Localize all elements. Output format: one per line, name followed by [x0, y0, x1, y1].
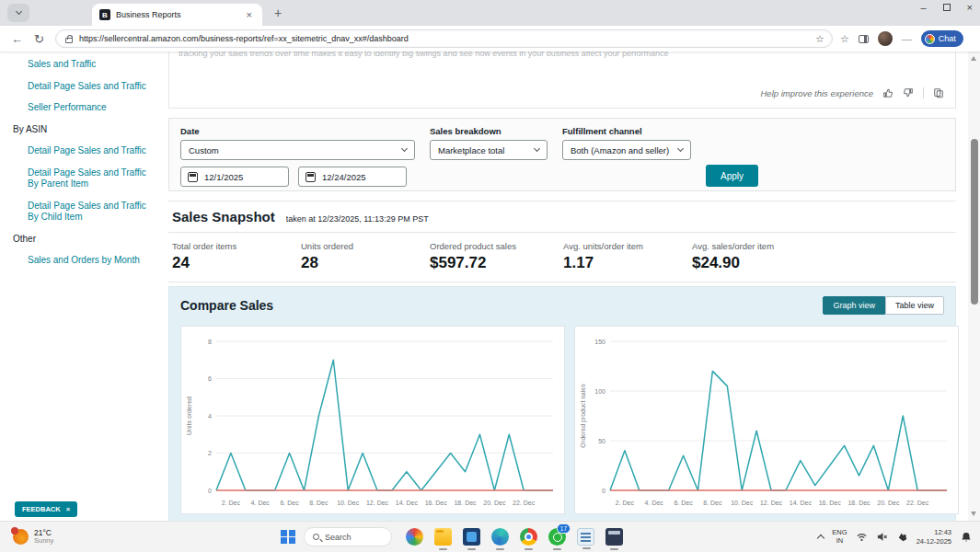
svg-text:50: 50	[598, 438, 605, 444]
feedback-close-icon[interactable]: ×	[66, 505, 70, 513]
sales-breakdown-select[interactable]: Marketplace total	[430, 140, 548, 160]
sidebar-item[interactable]: Seller Performance	[28, 102, 152, 114]
bookmark-star-icon[interactable]: ☆	[815, 33, 824, 45]
metric: Avg. sales/order item$24.90	[692, 241, 821, 272]
side-panel-icon[interactable]	[859, 35, 869, 43]
date-range-select[interactable]: Custom	[180, 140, 415, 160]
tray-expand-icon[interactable]	[817, 535, 824, 542]
edge-icon[interactable]	[491, 528, 509, 546]
copilot-icon	[925, 34, 935, 44]
table-view-button[interactable]: Table view	[885, 296, 944, 315]
sidebar-item[interactable]: Detail Page Sales and Traffic	[28, 81, 152, 93]
apply-button[interactable]: Apply	[706, 165, 758, 187]
svg-text:6. Dec: 6. Dec	[674, 500, 693, 506]
notification-bell-icon[interactable]	[960, 531, 973, 544]
calendar-icon[interactable]	[188, 172, 198, 182]
svg-text:2. Dec: 2. Dec	[616, 500, 635, 506]
taskbar-clock[interactable]: 12:4324-12-2025	[917, 528, 951, 546]
ordered-product-sales-chart: 0501001502. Dec4. Dec6. Dec8. Dec10. Dec…	[577, 332, 956, 512]
metric: Total order items24	[172, 241, 301, 272]
svg-text:14. Dec: 14. Dec	[396, 500, 419, 506]
weather-widget[interactable]: 21°C Sunny	[13, 529, 53, 546]
taskbar-apps: 17	[406, 528, 623, 546]
svg-text:22. Dec: 22. Dec	[906, 500, 929, 506]
metrics-row: Total order items24Units ordered28Ordere…	[168, 233, 956, 282]
svg-text:8. Dec: 8. Dec	[703, 500, 722, 506]
compare-sales-title: Compare Sales	[180, 298, 273, 313]
svg-text:100: 100	[594, 388, 605, 395]
file-explorer-icon[interactable]	[434, 528, 452, 546]
browser-tab[interactable]: B Business Reports ×	[92, 4, 262, 26]
language-indicator[interactable]: ENGIN	[832, 529, 847, 545]
copy-icon[interactable]	[933, 87, 944, 98]
svg-text:12. Dec: 12. Dec	[366, 500, 389, 506]
thumbs-down-icon[interactable]	[903, 87, 914, 98]
tab-title: Business Reports	[116, 10, 244, 19]
chrome-icon[interactable]	[520, 528, 537, 546]
tab-search-button[interactable]	[7, 4, 29, 22]
favorites-icon[interactable]: ☆	[840, 33, 849, 45]
sidebar-item[interactable]: Detail Page Sales and Traffic By Parent …	[28, 167, 152, 190]
window-close-button[interactable]: ×	[967, 2, 973, 13]
sidebar-item[interactable]: Detail Page Sales and Traffic By Child I…	[28, 201, 152, 224]
search-icon	[313, 534, 319, 540]
units-ordered-chart-card: 024682. Dec4. Dec6. Dec8. Dec10. Dec12. …	[180, 326, 565, 514]
calendar-icon[interactable]	[306, 172, 316, 182]
start-button[interactable]	[281, 530, 295, 545]
profile-avatar[interactable]	[878, 31, 893, 46]
photos-icon[interactable]	[463, 528, 480, 546]
sidebar-item[interactable]: Sales and Orders by Month	[28, 255, 152, 267]
tab-favicon-icon: B	[99, 9, 110, 20]
svg-text:2: 2	[208, 450, 212, 456]
sidebar-section-header: By ASIN	[13, 124, 152, 136]
wifi-icon[interactable]	[856, 531, 868, 543]
vertical-scrollbar[interactable]	[968, 52, 980, 521]
main-panel: tracking your sales trends over time mak…	[161, 52, 963, 521]
scroll-down-arrow-icon[interactable]	[971, 512, 976, 516]
metric: Ordered product sales$597.72	[430, 241, 563, 272]
notepad-icon[interactable]	[577, 528, 594, 546]
scroll-up-arrow-icon[interactable]	[971, 56, 976, 61]
filter-panel: Date Custom 12/1/2025 12/24/2025	[168, 118, 956, 191]
graph-view-button[interactable]: Graph view	[823, 296, 885, 315]
touchpad-icon[interactable]	[896, 531, 908, 543]
weather-description: Sunny	[34, 537, 53, 545]
start-date-input[interactable]: 12/1/2025	[180, 167, 289, 187]
svg-text:20. Dec: 20. Dec	[483, 500, 506, 506]
window-minimize-button[interactable]: –	[920, 2, 926, 13]
svg-text:16. Dec: 16. Dec	[425, 500, 448, 506]
url-text[interactable]: https://sellercentral.amazon.com/busines…	[79, 34, 815, 43]
svg-text:18. Dec: 18. Dec	[847, 500, 870, 506]
window-maximize-button[interactable]	[943, 4, 951, 11]
fulfillment-channel-select[interactable]: Both (Amazon and seller)	[562, 140, 691, 160]
extensions-dash-icon: —	[902, 33, 912, 44]
calculator-icon[interactable]	[605, 528, 623, 546]
whatsapp-icon[interactable]: 17	[548, 528, 566, 546]
address-bar[interactable]: https://sellercentral.amazon.com/busines…	[55, 29, 833, 48]
scrollbar-thumb[interactable]	[971, 139, 978, 305]
end-date-input[interactable]: 12/24/2025	[298, 167, 407, 187]
svg-text:12. Dec: 12. Dec	[760, 500, 783, 506]
chevron-down-icon	[401, 145, 408, 152]
svg-text:16. Dec: 16. Dec	[819, 500, 842, 506]
svg-text:20. Dec: 20. Dec	[877, 500, 900, 506]
svg-text:6. Dec: 6. Dec	[280, 500, 299, 506]
new-tab-button[interactable]: +	[271, 6, 284, 20]
copilot-icon[interactable]	[406, 528, 423, 546]
svg-text:150: 150	[594, 339, 605, 345]
thumbs-up-icon[interactable]	[882, 87, 894, 98]
taskbar-search[interactable]: Search	[304, 527, 392, 546]
help-improve-text: Help improve this experience	[760, 88, 873, 98]
feedback-button[interactable]: FEEDBACK ×	[15, 501, 77, 517]
volume-mute-icon[interactable]	[876, 531, 888, 543]
sidebar-item[interactable]: Sales and Traffic	[28, 59, 152, 71]
chat-button[interactable]: Chat	[921, 30, 963, 47]
sidebar-item[interactable]: Detail Page Sales and Traffic	[28, 145, 152, 157]
browser-tab-strip: B Business Reports × + – ×	[0, 0, 980, 26]
svg-text:4: 4	[208, 413, 212, 420]
refresh-button[interactable]: ↻	[34, 32, 44, 46]
compare-sales-section: Compare Sales Graph view Table view 0246…	[168, 286, 956, 522]
back-button[interactable]: ←	[11, 32, 23, 46]
tab-close-icon[interactable]: ×	[244, 9, 255, 20]
chevron-down-icon	[534, 145, 540, 152]
